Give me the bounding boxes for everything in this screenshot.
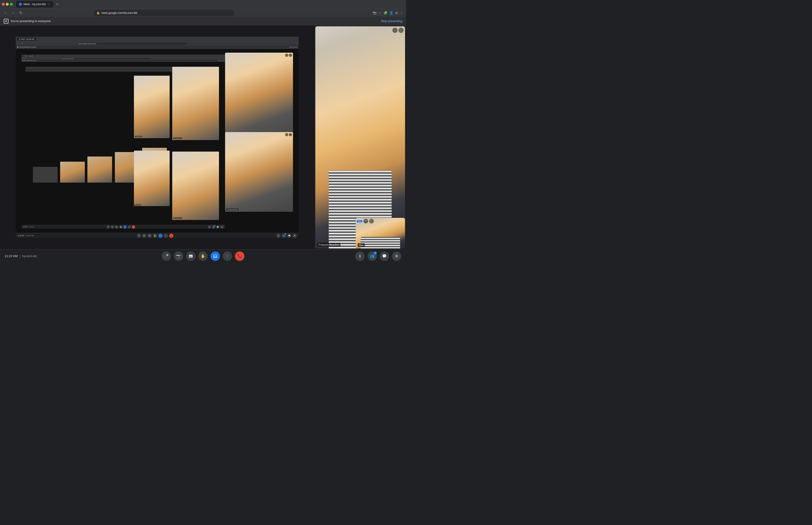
inner-expand-btn-2[interactable]: ⛶ (289, 133, 292, 136)
inner-more-btn-2[interactable]: ⋯ (285, 133, 288, 136)
inner-cam-btn[interactable]: 📷 (142, 234, 147, 238)
activities-btn[interactable]: ⚙ (392, 252, 401, 261)
back-btn[interactable]: ← (3, 10, 9, 16)
active-tab[interactable]: Meet - tnj-esni-ikb × (16, 1, 53, 7)
l2-new-tab[interactable]: + (36, 55, 37, 57)
inner-expand-btn-1[interactable]: ⛶ (289, 54, 292, 57)
forward-btn[interactable]: → (10, 10, 16, 16)
inner-captions-btn[interactable]: CC (148, 234, 152, 238)
l2-tab-title: Meet - tnj-esni-ikb (25, 55, 34, 57)
main-area: Meet - tnj-esni-ikb + ← → ↻ 🔒 meet.googl… (0, 25, 406, 249)
inner-addr-field[interactable]: 🔒 meet.google.com/tnj-esni-ikb (77, 43, 187, 45)
inner-new-tab[interactable]: + (37, 38, 38, 40)
l2-time: 11:22 AM (23, 226, 27, 227)
l2-addr-field[interactable]: meet.google.com/tnj-esni-ikb (61, 58, 151, 59)
l2-more[interactable]: ⋮ (223, 58, 224, 59)
thumb-2 (60, 162, 85, 182)
inner-mic-btn[interactable]: 🎤 (137, 234, 141, 238)
l2-more-btn[interactable]: ⋮ (127, 225, 131, 229)
inner-stop-btn[interactable]: Stop presenting (289, 46, 297, 48)
you-three-dots[interactable] (357, 220, 363, 222)
francois-expand-btn[interactable]: ⛶ (398, 28, 404, 33)
l2-info-btn[interactable]: ℹ (208, 225, 211, 229)
l2-present-btn[interactable]: 📺 (123, 225, 127, 229)
l3-p2-label: François Beaufort (134, 204, 141, 206)
grid-icon[interactable]: ⊞ (395, 11, 398, 15)
l2-stop[interactable]: Stop presenting (218, 60, 224, 61)
l2-reload[interactable]: ↻ (24, 58, 25, 59)
inner-fb-video-1: François Beaufort ⋯ ⛶ (225, 52, 293, 140)
mic-btn[interactable]: 🎤 (162, 252, 171, 261)
you-expand-btn[interactable]: ⛶ (369, 219, 374, 224)
you-cam-btn[interactable]: 📷 (364, 219, 368, 224)
l2-banner: ▣ You're presenting to everyone Stop pre… (21, 60, 225, 62)
l2-back[interactable]: ← (22, 58, 24, 59)
info-btn[interactable]: ℹ (355, 252, 365, 261)
camera-btn[interactable]: 📷 (174, 252, 183, 261)
end-call-btn[interactable]: 📞 (235, 252, 244, 261)
l2-mic-btn[interactable]: 🎤 (106, 225, 110, 229)
more-icon[interactable]: ⋮ (400, 11, 403, 15)
raise-hand-btn[interactable]: ✋ (198, 252, 208, 261)
l2-chat-btn[interactable]: 💬 (216, 225, 219, 229)
inner-content: Meet - tnj-esni-ikb + ← ↻ meet.google.co… (16, 49, 298, 238)
inner-forward[interactable]: → (19, 43, 21, 45)
inner-address-bar: ← → ↻ 🔒 meet.google.com/tnj-esni-ikb ⋮ (16, 42, 298, 46)
l2-captions-btn[interactable]: CC (115, 225, 118, 229)
l2-banner-text: You're presenting to everyone (24, 60, 36, 61)
profile-icon[interactable]: 👤 (389, 11, 393, 15)
inner-people-btn[interactable]: 👥 3 (282, 234, 286, 238)
inner-present-btn[interactable]: 📺 (158, 234, 163, 238)
inner-controls: 🎤 📷 CC ✋ 📺 ⋮ 📞 (137, 234, 173, 238)
present-btn[interactable] (211, 252, 220, 261)
captions-btn[interactable] (186, 252, 196, 261)
new-tab-btn[interactable]: + (54, 1, 60, 7)
l2-tab[interactable]: Meet - tnj-esni-ikb (22, 55, 35, 57)
inner-pin-btn-1[interactable]: ⋯ (285, 54, 288, 57)
inner-end-btn[interactable]: 📞 (169, 234, 173, 238)
francois-more-btn[interactable]: ⋯ (393, 28, 398, 33)
l2-cam-btn[interactable]: 📷 (111, 225, 114, 229)
reload-btn[interactable]: ↻ (18, 10, 24, 16)
l2-hand-btn[interactable]: ✋ (119, 225, 122, 229)
inner-chat-btn[interactable]: 💬 (287, 234, 291, 238)
bookmark-icon[interactable]: ☆ (379, 11, 382, 15)
inner-meeting-info: 11:22 AM | tnj-esni-ikb (18, 235, 34, 236)
inner-back[interactable]: ← (17, 43, 19, 45)
people-badge: 3 (373, 252, 377, 255)
stop-presenting-btn[interactable]: Stop presenting (381, 19, 402, 23)
inner-browser-more[interactable]: ⋮ (295, 43, 297, 45)
inner-info-btn[interactable]: ℹ (276, 234, 280, 238)
extensions-icon[interactable]: 🧩 (383, 11, 387, 15)
meeting-id: tnj-esni-ikb (22, 254, 37, 258)
l3-p1-video: François Beaufort (134, 76, 170, 138)
inner-more-btn[interactable]: ⋮ (164, 234, 168, 238)
camera-ext-icon[interactable]: 📷 (373, 11, 377, 15)
chat-btn[interactable]: 💬 (380, 252, 389, 261)
address-field[interactable]: 🔒 meet.google.com/tnj-esni-ikb (93, 10, 234, 16)
inner-tab[interactable]: Meet - tnj-esni-ikb (17, 38, 36, 41)
inner-hand-btn[interactable]: ✋ (153, 234, 157, 238)
you-video: 📷 ⛶ You (356, 218, 405, 249)
meeting-time: 11:22 AM (5, 254, 18, 258)
browser-icons: 📷 ☆ 🧩 👤 ⊞ ⋮ (373, 11, 403, 15)
thumb-3 (88, 156, 112, 183)
more-options-btn[interactable]: ⋮ (223, 252, 232, 261)
inner-activities-btn[interactable]: ⚙ (292, 234, 297, 238)
people-btn[interactable]: 👥 3 (367, 252, 377, 261)
banner-text: You're presenting to everyone (10, 19, 51, 23)
you-label: You (357, 243, 365, 247)
l2-url: meet.google.com/tnj-esni-ikb (62, 58, 74, 59)
close-window-btn[interactable] (2, 3, 5, 6)
inner-reload[interactable]: ↻ (22, 43, 23, 45)
l2-p1-video: François Beaufort (172, 67, 219, 140)
tab-bar: Meet - tnj-esni-ikb × + (14, 0, 404, 9)
you-top-controls: 📷 ⛶ (357, 219, 374, 224)
l2-end-btn[interactable]: 📞 (132, 225, 135, 229)
inner-recursive-area: Meet - tnj-esni-ikb + ← ↻ meet.google.co… (16, 49, 298, 238)
l2-activities-btn[interactable]: ⚙ (220, 225, 224, 229)
tab-close-btn[interactable]: × (47, 3, 50, 6)
maximize-window-btn[interactable] (10, 3, 13, 6)
minimize-window-btn[interactable] (6, 3, 9, 6)
l2-people-btn[interactable]: 👥 3 (212, 225, 215, 229)
